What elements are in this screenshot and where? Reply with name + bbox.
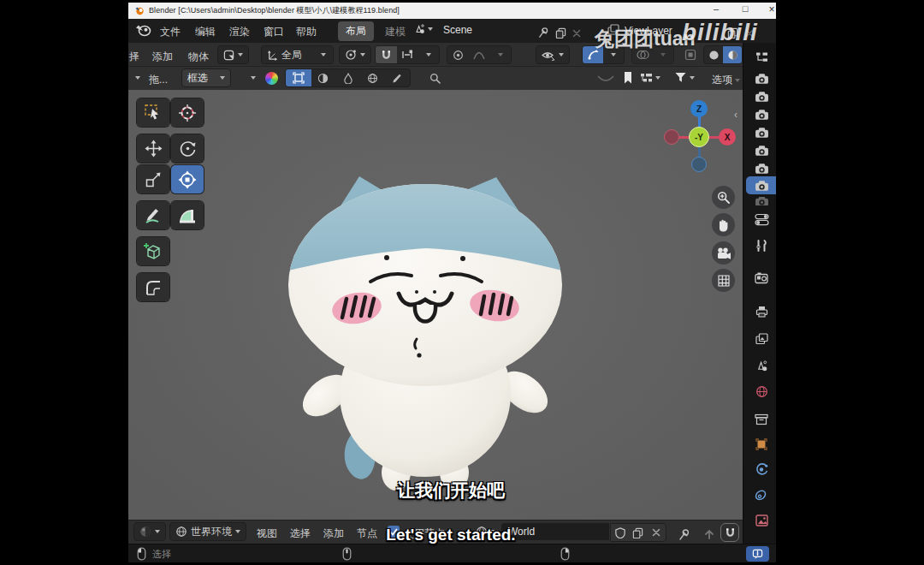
close-button[interactable]: × [761, 3, 776, 15]
editor-type-dropdown[interactable] [133, 522, 166, 541]
tool-add-cube[interactable] [137, 237, 169, 265]
gizmo-axis-x[interactable]: X [719, 128, 736, 146]
snap-target-icon[interactable] [397, 46, 418, 63]
fake-user-shield-icon[interactable] [611, 524, 629, 541]
tool-annotate[interactable] [137, 201, 169, 229]
header-collapse-chevron[interactable] [135, 76, 140, 80]
pin-icon[interactable] [674, 525, 693, 544]
shading-half-icon[interactable] [311, 69, 336, 86]
zoom-button[interactable] [712, 186, 735, 209]
minimize-button[interactable]: – [706, 3, 726, 14]
globe-arrow-icon[interactable] [360, 69, 385, 86]
snap-dropdown[interactable] [418, 46, 439, 63]
tool-measure[interactable] [171, 201, 204, 229]
world-tab-icon[interactable] [752, 384, 771, 399]
proportional-edit-toggle[interactable] [447, 46, 469, 63]
tool-scale[interactable] [137, 165, 169, 193]
box-select-dropdown[interactable]: 框选 [181, 68, 231, 87]
gizmo-axis-neg-x[interactable] [664, 129, 679, 145]
camera-tab-active[interactable] [746, 176, 776, 194]
tool-cursor[interactable] [171, 98, 204, 127]
grid-ortho-button[interactable] [712, 269, 735, 292]
snap-toggle[interactable] [376, 46, 397, 63]
gizmo-axis-neg-y[interactable]: -Y [689, 127, 709, 147]
gizmo-axis-neg-z[interactable] [691, 157, 707, 172]
gizmo-axis-z[interactable]: Z [690, 100, 708, 117]
menu-select-truncated[interactable]: 择 [129, 50, 139, 64]
camera-view-button[interactable] [712, 241, 735, 265]
shading-solid-icon[interactable] [704, 46, 723, 63]
texture-tab-icon[interactable] [752, 513, 771, 528]
info-button[interactable] [746, 546, 769, 562]
proportional-dropdown[interactable] [489, 46, 511, 63]
transform-orientation-dropdown[interactable]: 全局 [261, 45, 334, 64]
menu-object[interactable]: 物体 [188, 50, 209, 64]
shader-menu-add[interactable]: 添加 [323, 526, 344, 541]
tool-transform[interactable] [171, 165, 204, 193]
new-copy-icon[interactable] [629, 524, 647, 541]
camera-tab-2-icon[interactable] [752, 89, 771, 104]
select-region-icon[interactable] [286, 69, 311, 86]
menu-render[interactable]: 渲染 [229, 25, 250, 39]
menu-file[interactable]: 文件 [160, 25, 181, 39]
droplet-icon[interactable] [335, 69, 360, 86]
workspace-tab-layout[interactable]: 布局 [338, 21, 374, 41]
maximize-button[interactable]: □ [735, 3, 755, 14]
options-dropdown[interactable]: 选项 [712, 73, 740, 87]
camera-tab-4-icon[interactable] [752, 125, 771, 140]
camera-tab-5-icon[interactable] [752, 143, 771, 158]
scene-name-field[interactable]: Scene [436, 21, 532, 39]
unlink-icon[interactable] [648, 524, 666, 541]
camera-tab-6-icon[interactable] [752, 161, 771, 176]
toggles-icon[interactable] [752, 211, 771, 227]
menu-add[interactable]: 添加 [152, 50, 173, 64]
visibility-dropdown[interactable] [536, 45, 570, 64]
view-layer-tab-icon[interactable] [752, 331, 771, 347]
shading-rendered-icon[interactable] [723, 46, 742, 63]
brush-icon[interactable] [384, 69, 410, 86]
pan-hand-button[interactable] [712, 213, 735, 236]
scene-unlink-icon[interactable] [567, 24, 586, 43]
scene-tab-icon[interactable] [752, 358, 771, 373]
camera-tab-1-icon[interactable] [752, 71, 771, 86]
physics-tab-icon[interactable] [752, 461, 771, 477]
proportional-falloff-icon[interactable] [469, 46, 490, 63]
camera-tab-3-icon[interactable] [752, 107, 771, 122]
collection-tab-icon[interactable] [752, 412, 771, 427]
viewport-3d[interactable]: Z X -Y ‹ [128, 90, 743, 520]
outliner-display-dropdown[interactable] [640, 72, 660, 84]
tool-tab-icon[interactable] [752, 238, 771, 253]
editor-colorball-icon[interactable] [265, 72, 278, 85]
filter-dropdown[interactable] [674, 71, 695, 84]
tool-rotate[interactable] [171, 134, 204, 163]
constraints-tab-icon[interactable] [752, 487, 771, 503]
menu-help[interactable]: 帮助 [296, 25, 317, 39]
sidebar-collapse-chevron[interactable]: ‹ [734, 109, 737, 121]
tool-options-chevron[interactable] [251, 76, 256, 80]
search-icon[interactable] [429, 73, 441, 84]
parent-up-icon[interactable] [700, 525, 719, 544]
object-tab-icon[interactable] [752, 437, 771, 452]
menu-edit[interactable]: 编辑 [195, 25, 216, 39]
shader-menu-view[interactable]: 视图 [257, 526, 277, 541]
menu-window[interactable]: 窗口 [264, 25, 284, 39]
world-name-field[interactable]: World [501, 523, 609, 540]
navigation-gizmo[interactable]: Z X -Y [660, 98, 737, 175]
tool-drag-label[interactable]: 拖... [149, 73, 168, 87]
scene-pin-icon[interactable] [534, 23, 553, 42]
tool-select-box[interactable] [137, 98, 169, 127]
tool-corner[interactable] [137, 273, 169, 301]
shader-menu-select[interactable]: 选择 [290, 526, 311, 541]
curve-widget-icon[interactable] [597, 74, 614, 83]
render-tab-icon[interactable] [752, 271, 771, 286]
tool-move[interactable] [137, 134, 169, 163]
bookmark-icon[interactable] [623, 71, 633, 85]
object-mode-dropdown[interactable] [217, 45, 249, 64]
output-tab-icon[interactable] [752, 304, 771, 319]
snap-circled-magnet-icon[interactable] [720, 523, 739, 542]
shader-menu-node[interactable]: 节点 [357, 526, 377, 541]
pivot-point-dropdown[interactable] [339, 45, 371, 64]
camera-tab-partial-icon[interactable] [752, 197, 771, 205]
shader-mode-dropdown[interactable]: 世界环境 [169, 522, 246, 541]
scene-browse-button[interactable] [413, 23, 433, 35]
